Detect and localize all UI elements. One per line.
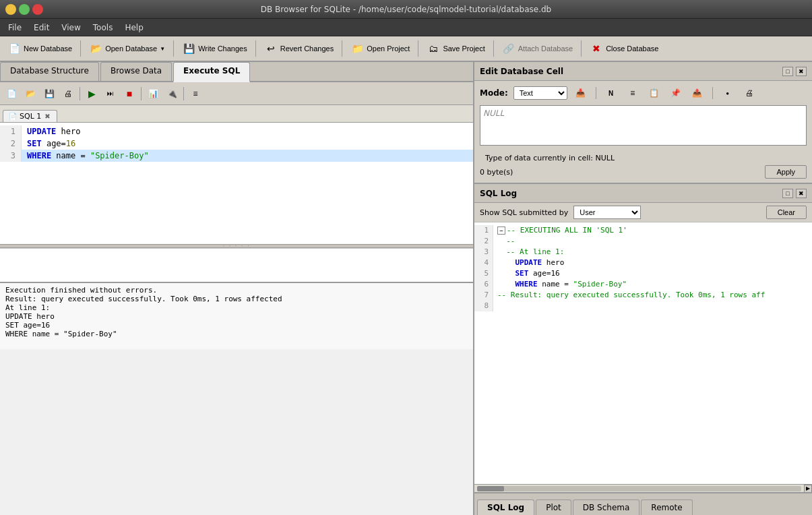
sql-align-button[interactable]: ≡	[187, 85, 204, 102]
sql-tab-close-button[interactable]: ✖	[44, 113, 51, 120]
sql-line-content-1: UPDATE hero	[22, 125, 80, 138]
new-database-icon: 📄	[7, 42, 21, 55]
sql-line-num-2: 2	[0, 138, 22, 150]
menu-edit[interactable]: Edit	[28, 22, 55, 34]
results-area[interactable]	[0, 248, 473, 282]
mode-btn-dot[interactable]: ●	[720, 85, 736, 101]
sql-stop-button[interactable]: ■	[121, 85, 138, 102]
sql-run-line-button[interactable]: ⏭	[102, 85, 119, 102]
write-changes-label: Write Changes	[198, 44, 247, 53]
sql-run-line-icon: ⏭	[107, 90, 114, 97]
bottom-tab-sql-log[interactable]: SQL Log	[477, 499, 534, 515]
menu-help[interactable]: Help	[119, 22, 148, 34]
tab-database-structure[interactable]: Database Structure	[0, 62, 99, 81]
sql-toolbar-sep-3	[183, 87, 184, 100]
toolbar-sep-7	[581, 40, 582, 57]
sql-new-tab-button[interactable]: 📄	[3, 85, 20, 102]
sql-save-file-button[interactable]: 💾	[40, 85, 58, 102]
sql-log-close-button[interactable]: ✖	[796, 189, 807, 198]
sql-run-all-button[interactable]: ▶	[83, 85, 100, 102]
bottom-tab-db-schema[interactable]: DB Schema	[573, 499, 640, 515]
sql-line-num-1: 1	[0, 125, 22, 138]
sql-print-button[interactable]: 🖨	[59, 85, 77, 102]
menu-bar: File Edit View Tools Help	[0, 19, 812, 36]
cell-value: NULL	[483, 109, 504, 118]
menu-tools[interactable]: Tools	[88, 22, 119, 34]
sql-log-content[interactable]: 1 −-- EXECUTING ALL IN 'SQL 1' 2 -- 3 --…	[474, 222, 812, 484]
sql-load-extension-button[interactable]: 🔌	[163, 85, 181, 102]
cell-content-area[interactable]: NULL	[480, 105, 807, 146]
dot-icon: ●	[726, 90, 729, 96]
clear-button[interactable]: Clear	[766, 206, 807, 219]
log-line-5: 5 SET age=16	[474, 268, 812, 279]
mode-btn-paste[interactable]: 📌	[668, 85, 684, 101]
mode-btn-null[interactable]: N	[603, 85, 619, 101]
submitted-by-select[interactable]: User Application All	[573, 206, 641, 219]
scroll-right-button[interactable]: ▶	[804, 485, 812, 493]
revert-changes-button[interactable]: ↩ Revert Changes	[259, 38, 339, 59]
sql-editor[interactable]: 1 UPDATE hero 2 SET age=16 3 WHERE name …	[0, 123, 473, 244]
mode-btn-format[interactable]: ≡	[625, 85, 641, 101]
save-project-button[interactable]: 🗂 Save Project	[422, 38, 489, 59]
main-content: Database Structure Browse Data Execute S…	[0, 62, 812, 515]
tab-execute-sql[interactable]: Execute SQL	[173, 62, 250, 82]
log-line-content-7: -- Result: query executed successfully. …	[493, 290, 765, 301]
sql-run-all-icon: ▶	[88, 88, 96, 99]
log-collapse-1[interactable]: −	[497, 226, 505, 235]
apply-button[interactable]: Apply	[765, 165, 807, 179]
attach-database-icon: 🔗	[502, 42, 516, 55]
save-project-icon: 🗂	[427, 42, 440, 55]
sql-line-1: 1 UPDATE hero	[0, 125, 473, 138]
revert-changes-label: Revert Changes	[280, 44, 334, 53]
edit-cell-float-button[interactable]: □	[782, 67, 793, 76]
tab-browse-data[interactable]: Browse Data	[100, 62, 172, 81]
minimize-button[interactable]	[5, 4, 16, 15]
maximize-button[interactable]	[19, 4, 30, 15]
sql-stop-icon: ■	[127, 88, 132, 99]
log-line-content-2: --	[493, 236, 516, 247]
log-line-num-5: 5	[474, 268, 493, 279]
menu-file[interactable]: File	[3, 22, 27, 34]
bottom-tab-remote[interactable]: Remote	[641, 499, 692, 515]
sql-log-hscroll[interactable]: ▶	[474, 484, 812, 492]
log-line-content-5: SET age=16	[493, 268, 560, 279]
attach-database-button[interactable]: 🔗 Attach Database	[497, 38, 577, 59]
menu-view[interactable]: View	[56, 22, 86, 34]
type-info-row: Type of data currently in cell: NULL	[480, 152, 807, 165]
log-line-num-2: 2	[474, 236, 493, 247]
mode-select[interactable]: Text Binary Null Real Integer	[513, 86, 567, 100]
open-database-dropdown-icon[interactable]: ▼	[160, 46, 165, 52]
edit-cell-close-button[interactable]: ✖	[796, 67, 807, 76]
sql-open-file-button[interactable]: 📂	[22, 85, 39, 102]
log-line-4: 4 UPDATE hero	[474, 258, 812, 268]
sql-tab-1[interactable]: 📄 SQL 1 ✖	[3, 110, 57, 122]
mode-row: Mode: Text Binary Null Real Integer 📥 N …	[474, 81, 812, 105]
copy-icon: 📋	[649, 88, 659, 98]
sql-log-float-button[interactable]: □	[782, 189, 793, 198]
close-database-button[interactable]: ✖ Close Database	[585, 38, 663, 59]
mode-btn-import[interactable]: 📥	[573, 85, 589, 101]
mode-btn-copy[interactable]: 📋	[646, 85, 662, 101]
sql-editor-area: 1 UPDATE hero 2 SET age=16 3 WHERE name …	[0, 123, 473, 244]
byte-info-text: 0 byte(s)	[480, 168, 513, 177]
open-database-icon: 📂	[89, 42, 102, 55]
write-changes-button[interactable]: 💾 Write Changes	[177, 38, 252, 59]
edit-cell-header: Edit Database Cell □ ✖	[474, 62, 812, 81]
scroll-thumb[interactable]	[477, 486, 504, 491]
mode-btn-export[interactable]: 📤	[689, 85, 706, 101]
close-database-label: Close Database	[606, 44, 658, 53]
open-database-button[interactable]: 📂 Open Database ▼	[84, 38, 170, 59]
sql-toolbar-sep-1	[80, 87, 80, 100]
log-keyword-6: WHERE	[516, 280, 538, 289]
sql-log-section: SQL Log □ ✖ Show SQL submitted by User A…	[474, 184, 812, 515]
bottom-tab-plot[interactable]: Plot	[536, 499, 571, 515]
close-button[interactable]	[32, 4, 43, 15]
sql-save-result-icon: 📊	[148, 89, 158, 98]
log-line-num-7: 7	[474, 290, 493, 301]
sql-log-toolbar: Show SQL submitted by User Application A…	[474, 203, 812, 222]
sql-save-result-button[interactable]: 📊	[144, 85, 162, 102]
open-project-button[interactable]: 📁 Open Project	[346, 38, 414, 59]
mode-btn-print[interactable]: 🖨	[741, 85, 757, 101]
new-database-button[interactable]: 📄 New Database	[3, 38, 77, 59]
sql-toolbar-sep-2	[141, 87, 142, 100]
